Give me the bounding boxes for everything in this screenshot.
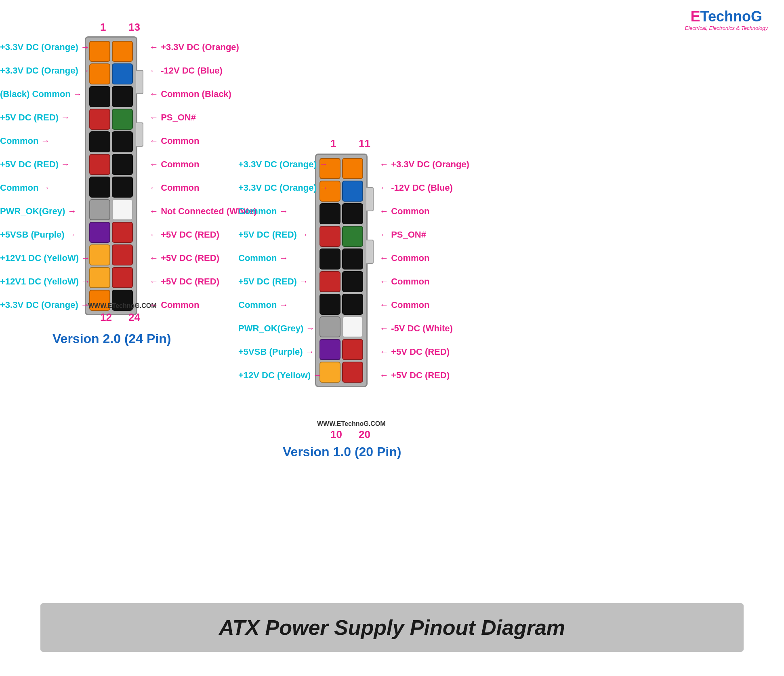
- label-24-right-12: ← Common: [149, 300, 199, 310]
- pin-11-right: [112, 267, 133, 288]
- watermark-20: WWW.ETechnoG.COM: [317, 420, 385, 428]
- label-24-left-11: +12V1 DC (YelloW) →: [0, 276, 90, 287]
- label-24-right-5: ← Common: [149, 136, 199, 146]
- pin-row-11: [89, 267, 133, 288]
- logo: ETechnoG Electrical, Electronics & Techn…: [685, 8, 768, 31]
- label-20-right-5: ← Common: [380, 253, 429, 263]
- label-24-left-6: +5V DC (RED) →: [0, 159, 70, 170]
- latch-top-24: [136, 70, 143, 94]
- pin-20-10-right: [342, 362, 363, 383]
- pin-20-1-right: [342, 158, 363, 179]
- label-24-left-1: +3.3V DC (Orange) →: [0, 42, 90, 53]
- label-20-right-4: ← PS_ON#: [380, 230, 426, 240]
- pin-3-right: [112, 86, 133, 107]
- pin-20-9-right: [342, 339, 363, 360]
- pin-num-1-24: 1: [100, 21, 106, 34]
- pin-20-row-10: [319, 362, 363, 383]
- pin-row-7: [89, 177, 133, 198]
- pin-4-right: [112, 109, 133, 130]
- label-24-left-3: (Black) Common →: [0, 89, 82, 99]
- label-20-left-2: +3.3V DC (Orange) →: [238, 183, 328, 193]
- label-20-left-4: +5V DC (RED) →: [238, 230, 308, 240]
- label-20-left-1: +3.3V DC (Orange) →: [238, 159, 328, 170]
- latch-bottom-24: [136, 122, 143, 147]
- pin-row-1: [89, 41, 133, 62]
- pin-20-7-left: [319, 294, 341, 315]
- pin-row-4: [89, 109, 133, 130]
- version-24-label: Version 2.0 (24 Pin): [53, 331, 171, 346]
- pin-20-5-left: [319, 248, 341, 270]
- pin-10-right: [112, 244, 133, 265]
- pin-8-right: [112, 199, 133, 220]
- title-bar: ATX Power Supply Pinout Diagram: [40, 603, 744, 652]
- pin-20-6-left: [319, 271, 341, 292]
- pin-20-row-8: [319, 316, 363, 337]
- label-24-right-4: ← PS_ON#: [149, 112, 196, 123]
- label-20-left-7: Common →: [238, 300, 288, 310]
- pin-7-right: [112, 177, 133, 198]
- pin-20-2-right: [342, 181, 363, 202]
- pin-20-7-right: [342, 294, 363, 315]
- pin-20-4-left: [319, 226, 341, 247]
- pin-row-3: [89, 86, 133, 107]
- label-24-right-2: ← -12V DC (Blue): [149, 65, 223, 76]
- pin-20-row-9: [319, 339, 363, 360]
- page: ETechnoG Electrical, Electronics & Techn…: [0, 0, 784, 676]
- pin-5-left: [89, 131, 110, 152]
- label-24-left-9: +5VSB (Purple) →: [0, 230, 76, 240]
- label-20-right-6: ← Common: [380, 276, 429, 287]
- pin-row-10: [89, 244, 133, 265]
- label-20-right-2: ← -12V DC (Blue): [380, 183, 453, 193]
- pin-9-right: [112, 222, 133, 243]
- pin-20-3-right: [342, 203, 363, 224]
- pin-num-1-20: 1: [330, 137, 336, 150]
- pin-20-6-right: [342, 271, 363, 292]
- pin-row-2: [89, 63, 133, 84]
- label-24-right-7: ← Common: [149, 183, 199, 193]
- label-24-right-6: ← Common: [149, 159, 199, 170]
- pin-7-left: [89, 177, 110, 198]
- pin-3-left: [89, 86, 110, 107]
- logo-sub: Electrical, Electronics & Technology: [685, 25, 768, 31]
- logo-technog: TechnoG: [700, 8, 762, 25]
- pin-2-right: [112, 63, 133, 84]
- pin-20-row-5: [319, 248, 363, 270]
- label-20-left-6: +5V DC (RED) →: [238, 276, 308, 287]
- pin-20-row-4: [319, 226, 363, 247]
- pin-row-6: [89, 154, 133, 175]
- pin-6-right: [112, 154, 133, 175]
- pin-20-3-left: [319, 203, 341, 224]
- pin-num-11-20: 11: [359, 137, 370, 150]
- label-24-right-3: ← Common (Black): [149, 89, 231, 99]
- pin-20-row-7: [319, 294, 363, 315]
- pin-11-left: [89, 267, 110, 288]
- label-20-left-9: +5VSB (Purple) →: [238, 347, 314, 357]
- pin-row-9: [89, 222, 133, 243]
- label-24-left-12: +3.3V DC (Orange) →: [0, 300, 90, 310]
- pin-num-24-24: 24: [128, 311, 140, 324]
- logo-e: E: [691, 8, 700, 25]
- pin-20-row-3: [319, 203, 363, 224]
- label-24-right-11: ← +5V DC (RED): [149, 276, 219, 287]
- title-text: ATX Power Supply Pinout Diagram: [219, 615, 565, 640]
- label-20-right-7: ← Common: [380, 300, 429, 310]
- label-20-left-10: +12V DC (Yellow) →: [238, 370, 322, 381]
- pin-5-right: [112, 131, 133, 152]
- pin-row-5: [89, 131, 133, 152]
- pin-9-left: [89, 222, 110, 243]
- pin-20-4-right: [342, 226, 363, 247]
- pin-num-10-20: 10: [330, 428, 342, 441]
- label-20-right-9: ← +5V DC (RED): [380, 347, 450, 357]
- label-20-right-8: ← -5V DC (White): [380, 323, 453, 334]
- pin-num-12-24: 12: [100, 311, 112, 324]
- label-24-right-9: ← +5V DC (RED): [149, 230, 219, 240]
- label-24-right-10: ← +5V DC (RED): [149, 253, 219, 263]
- label-20-left-5: Common →: [238, 253, 288, 263]
- pin-20-9-left: [319, 339, 341, 360]
- connector-24pin: [85, 36, 137, 315]
- pin-2-left: [89, 63, 110, 84]
- label-20-right-1: ← +3.3V DC (Orange): [380, 159, 469, 170]
- pin-20-8-left: [319, 316, 341, 337]
- pin-4-left: [89, 109, 110, 130]
- pin-20-8-right: [342, 316, 363, 337]
